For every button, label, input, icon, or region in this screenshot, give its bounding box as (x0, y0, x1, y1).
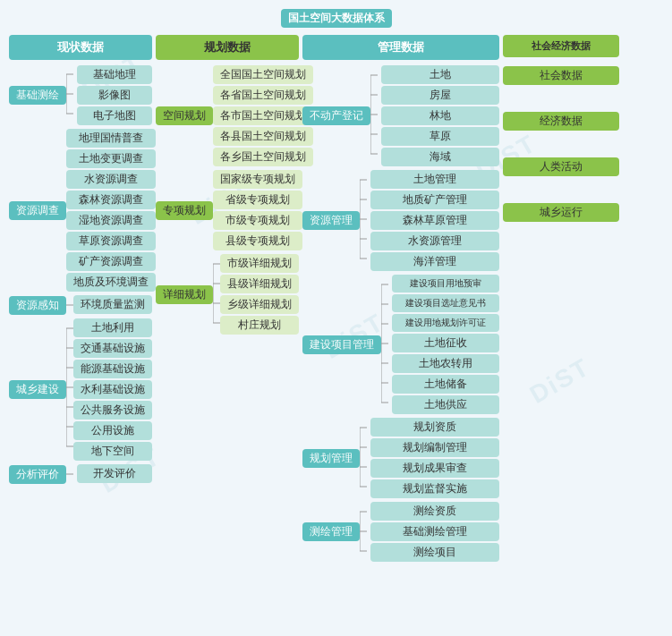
connector-xiangxi (213, 254, 220, 333)
child-g-cehuizizhi: 测绘资质 (370, 502, 499, 521)
connector-chengxiang (66, 318, 73, 456)
parent-ziyuanganzhi: 资源感知 (9, 296, 66, 315)
child-tudi: 土地变更调查 (66, 149, 156, 168)
parent-fenxipingjia: 分析评价 (9, 465, 66, 484)
root-node: 国土空间大数据体系 (9, 9, 663, 28)
children-jichucehui: 基础地理 影像图 电子地图 (77, 65, 152, 125)
group-left-budongchan: 不动产登记 (302, 65, 370, 166)
connector-ziyuanguanli (360, 170, 370, 268)
parent-chengxiangjianshi: 城乡建设 (9, 380, 66, 399)
child-kuangchan: 矿产资源调查 (66, 252, 156, 271)
diagram-wrapper: DiST DiST DiST DiST DiST DiST 国土空间大数据体系 … (9, 9, 663, 565)
child-jichudi: 基础地理 (77, 65, 152, 84)
child-shidi: 湿地资源调查 (66, 211, 156, 230)
child-g-xuanzhi: 建设项目选址意见书 (392, 294, 499, 312)
child-g-chubei: 土地储备 (392, 375, 499, 394)
child-g-xukezi: 建设用地规划许可证 (392, 314, 499, 332)
group-left-guihuaguanli: 规划管理 (302, 418, 360, 498)
parent-kongjian: 空间规划 (156, 106, 213, 125)
child-g-cehuixiangmu: 测绘项目 (370, 543, 499, 562)
shehui-groups: 社会数据 经济数据 人类活动 城乡运行 (503, 66, 619, 222)
child-tudiliyong: 土地利用 (73, 318, 152, 337)
children-xiangxi: 市级详细规划 县级详细规划 乡级详细规划 村庄规划 (220, 254, 299, 335)
group-guihuaguanli: 规划管理 规划资质 规划编制管理 规划成果审查 规划监督实施 (302, 418, 499, 498)
child-gonggong: 公共服务设施 (73, 401, 152, 420)
child-g-nongzhuanyong: 土地农转用 (392, 354, 499, 373)
child-shuili: 水利基础设施 (73, 380, 152, 399)
child-huanjing: 环境质量监测 (73, 295, 152, 314)
parent-cehuiguanli: 测绘管理 (302, 522, 360, 541)
shehui-header: 社会经济数据 (503, 35, 619, 57)
group-zhuanxiang: 专项规划 国家级专项规划 省级专项规划 市级专项规划 县级专项规划 (156, 170, 299, 250)
child-shixiangxi: 市级详细规划 (220, 254, 299, 273)
child-g-bianzhi: 规划编制管理 (370, 438, 499, 457)
child-g-fangwu: 房屋 (381, 86, 499, 105)
root-title: 国土空间大数据体系 (281, 9, 392, 28)
parent-zhuanxiang: 专项规划 (156, 201, 213, 220)
group-left-chengxiang: 城乡建设 (9, 318, 66, 461)
child-g-zizhi: 规划资质 (370, 418, 499, 437)
connector-ganzhi (66, 295, 73, 315)
group-left-ziyuanguanli: 资源管理 (302, 170, 360, 271)
children-ziyuanguanli: 土地管理 地质矿产管理 森林草原管理 水资源管理 海洋管理 (370, 170, 499, 271)
child-gexiang: 各乡国土空间规划 (213, 148, 313, 166)
col-guihua: 规划数据 空间规划 全国国土空间规划 各省国土空间规划 各市国土空间 (156, 35, 299, 338)
children-fenxi: 开发评价 (77, 464, 152, 484)
child-dizhi: 地质及环境调查 (66, 273, 156, 292)
child-g-chengguo: 规划成果审查 (370, 459, 499, 478)
guihua-header: 规划数据 (156, 35, 299, 60)
group-budongchan: 不动产登记 土地 房屋 林地 草原 海域 (302, 65, 499, 166)
col-shehui: 社会经济数据 社会数据 经济数据 人类活动 城乡运行 (503, 35, 619, 222)
group-fenxi: 分析评价 开发评价 (9, 464, 152, 484)
connector-guihuaguanli (360, 418, 370, 496)
child-g-haiyang: 海洋管理 (370, 252, 499, 271)
group-left-ganzhi: 资源感知 (9, 295, 66, 315)
guanli-header: 管理数据 (302, 35, 499, 60)
parent-ziyuandiaocha: 资源调查 (9, 201, 66, 220)
child-xianxiangxi: 县级详细规划 (220, 275, 299, 293)
child-g-tudiguanli: 土地管理 (370, 170, 499, 189)
parent-ziyuanguanli: 资源管理 (302, 211, 360, 230)
child-xiangxiangxi: 乡级详细规划 (220, 295, 299, 314)
group-cehui: 测绘管理 测绘资质 基础测绘管理 测绘项目 (302, 502, 499, 562)
children-budongchan: 土地 房屋 林地 草原 海域 (381, 65, 499, 166)
child-caoyuan: 草原资源调查 (66, 232, 156, 250)
connector-fenxi (66, 464, 77, 484)
parent-budongchan: 不动产登记 (302, 106, 370, 125)
child-quanguo: 全国国土空间规划 (213, 65, 313, 84)
connector-cehui (360, 502, 370, 561)
child-g-haiyu: 海域 (381, 148, 499, 166)
group-left-ziyuan: 资源调查 (9, 129, 66, 292)
child-guojiaji: 国家级专项规划 (213, 170, 302, 189)
child-g-senlin: 森林草原管理 (370, 211, 499, 230)
xianzhuang-header: 现状数据 (9, 35, 152, 60)
children-zhuanxiang: 国家级专项规划 省级专项规划 市级专项规划 县级专项规划 (213, 170, 302, 250)
child-dili: 地理国情普查 (66, 129, 156, 148)
connector-jianshexiangmu (381, 275, 392, 412)
child-g-zhengshuo: 土地征收 (392, 334, 499, 352)
shehui-chengxiang: 城乡运行 (503, 203, 619, 222)
child-dixia: 地下空间 (73, 442, 152, 461)
group-ziyuanguanli: 资源管理 土地管理 地质矿产管理 森林草原管理 水资源管理 海洋管理 (302, 170, 499, 271)
children-kongjian: 全国国土空间规划 各省国土空间规划 各市国土空间规划 各县国土空间规划 各乡国土… (213, 65, 313, 166)
col-guanli: 管理数据 不动产登记 土地 房屋 林地 草原 (302, 35, 499, 565)
connector-budongchan (370, 65, 381, 164)
connector-jichucehui (66, 65, 77, 124)
parent-jichucehui: 基础测绘 (9, 86, 66, 105)
group-left-xiangxi: 详细规划 (156, 254, 213, 335)
child-g-yushen: 建设项目用地预审 (392, 275, 499, 293)
children-ganzhi: 环境质量监测 (73, 295, 152, 315)
group-left-cehui: 测绘管理 (302, 502, 360, 562)
shehui-shuju: 社会数据 (503, 66, 619, 85)
child-g-tudi: 土地 (381, 65, 499, 84)
child-g-shui: 水资源管理 (370, 232, 499, 250)
group-jichucehui: 基础测绘 基础地理 影像图 电子地图 (9, 65, 152, 125)
group-left-jianshexiangmu: 建设项目管理 (302, 275, 381, 414)
child-g-lindi: 林地 (381, 106, 499, 125)
col-xianzhuang: 现状数据 基础测绘 基础地理 影像图 电子地图 (9, 35, 152, 488)
group-left-fenxi: 分析评价 (9, 464, 66, 484)
child-nengyuan: 能源基础设施 (73, 360, 152, 378)
group-jianshexiangmu: 建设项目管理 建设项目用地预审 建设项目选址意见书 建设用地规划许可证 (302, 275, 499, 414)
children-chengxiang: 土地利用 交通基础设施 能源基础设施 水利基础设施 公共服务设施 公用设施 地下… (73, 318, 152, 461)
main-columns: 现状数据 基础测绘 基础地理 影像图 电子地图 (9, 35, 663, 565)
